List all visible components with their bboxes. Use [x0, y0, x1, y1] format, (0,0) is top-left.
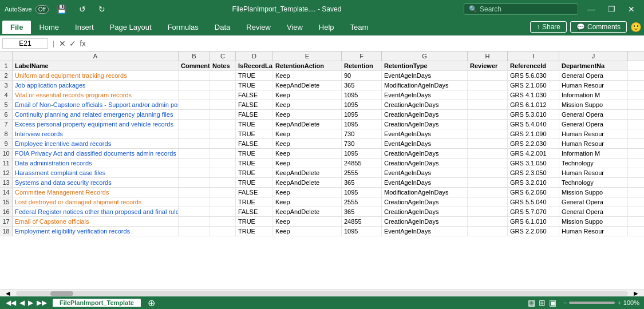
cell[interactable]: [179, 129, 210, 138]
cell[interactable]: Human Resour: [559, 139, 628, 148]
tab-formulas[interactable]: Formulas: [160, 21, 207, 34]
cell[interactable]: TRUE: [236, 81, 273, 90]
cell[interactable]: [468, 90, 508, 100]
cell[interactable]: Information M: [559, 90, 628, 100]
page-break-icon[interactable]: ⊞: [539, 298, 546, 307]
cell[interactable]: [210, 197, 236, 207]
cell[interactable]: RetentionType: [382, 61, 468, 70]
cell[interactable]: 1095: [342, 188, 382, 197]
cell[interactable]: 1095: [342, 149, 382, 158]
cell[interactable]: CreationAgeInDays: [382, 159, 468, 168]
zoom-slider[interactable]: [569, 302, 615, 304]
cell[interactable]: Keep: [273, 197, 342, 207]
cell[interactable]: GRS 2.1.090: [508, 129, 559, 138]
cell[interactable]: Keep: [273, 139, 342, 148]
cell[interactable]: Technology: [559, 178, 628, 187]
cell[interactable]: GRS 5.5.040: [508, 197, 559, 207]
cell[interactable]: [468, 188, 508, 197]
cell[interactable]: [179, 197, 210, 207]
cell[interactable]: [210, 71, 236, 80]
cell[interactable]: GRS 5.7.070: [508, 207, 559, 216]
cell[interactable]: [468, 71, 508, 80]
cell[interactable]: KeepAndDelete: [273, 168, 342, 177]
cell[interactable]: 730: [342, 129, 382, 138]
cell[interactable]: [468, 149, 508, 158]
cell[interactable]: General Opera: [559, 197, 628, 207]
cell[interactable]: CreationAgeInDays: [382, 110, 468, 119]
cell[interactable]: GRS 4.1.030: [508, 90, 559, 100]
cell[interactable]: GRS 3.1.050: [508, 159, 559, 168]
confirm-icon[interactable]: ✓: [69, 39, 76, 48]
formula-input[interactable]: [88, 39, 642, 48]
col-header-g[interactable]: G: [382, 52, 468, 61]
cell[interactable]: GRS 3.2.010: [508, 178, 559, 187]
nav-next-end[interactable]: ▶▶: [35, 299, 48, 307]
cell[interactable]: Keep: [273, 149, 342, 158]
cell[interactable]: Comment: [179, 61, 210, 70]
cell[interactable]: Human Resour: [559, 168, 628, 177]
cell[interactable]: EventAgeInDays: [382, 129, 468, 138]
cell[interactable]: CreationAgeInDays: [382, 120, 468, 129]
cell[interactable]: [179, 188, 210, 197]
cell[interactable]: Human Resour: [559, 227, 628, 236]
nav-prev[interactable]: ◀: [18, 299, 26, 307]
cell[interactable]: 24855: [342, 159, 382, 168]
col-header-i[interactable]: I: [508, 52, 559, 61]
cell[interactable]: Keep: [273, 90, 342, 100]
cell[interactable]: [179, 120, 210, 129]
cell[interactable]: [210, 81, 236, 90]
scroll-left-btn[interactable]: ◀: [2, 290, 14, 296]
cell[interactable]: [468, 129, 508, 138]
cell[interactable]: TRUE: [236, 120, 273, 129]
scroll-right-btn[interactable]: ▶: [630, 290, 642, 296]
save-button[interactable]: 💾: [52, 3, 71, 15]
cell[interactable]: Keep: [273, 71, 342, 80]
cell[interactable]: Notes: [210, 61, 236, 70]
minimize-button[interactable]: —: [583, 3, 600, 15]
cell[interactable]: [210, 217, 236, 226]
normal-view-icon[interactable]: ▦: [528, 298, 535, 307]
feedback-icon[interactable]: 🙂: [630, 22, 642, 33]
cell[interactable]: Keep: [273, 217, 342, 226]
cell[interactable]: Employee incentive award records: [13, 139, 179, 148]
col-header-b[interactable]: B: [179, 52, 210, 61]
cell[interactable]: TRUE: [236, 197, 273, 207]
cell[interactable]: [179, 139, 210, 148]
cell[interactable]: Human Resour: [559, 129, 628, 138]
cell[interactable]: TRUE: [236, 217, 273, 226]
cell[interactable]: 365: [342, 207, 382, 216]
cell[interactable]: CreationAgeInDays: [382, 207, 468, 216]
cell[interactable]: FALSE: [236, 139, 273, 148]
cell[interactable]: 365: [342, 178, 382, 187]
cell[interactable]: [210, 168, 236, 177]
cell[interactable]: Continuity planning and related emergenc…: [13, 110, 179, 119]
name-box[interactable]: [2, 38, 48, 49]
cell[interactable]: [468, 168, 508, 177]
cell[interactable]: Reviewer: [468, 61, 508, 70]
cell[interactable]: FOIA Privacy Act and classified document…: [13, 149, 179, 158]
cell[interactable]: FALSE: [236, 100, 273, 109]
cell[interactable]: 1095: [342, 120, 382, 129]
cell[interactable]: [468, 178, 508, 187]
cell[interactable]: FALSE: [236, 90, 273, 100]
cell[interactable]: ModificationAgeInDays: [382, 188, 468, 197]
cell[interactable]: General Opera: [559, 71, 628, 80]
cell[interactable]: Data administration records: [13, 159, 179, 168]
cell[interactable]: Email of Capstone officials: [13, 217, 179, 226]
cell[interactable]: TRUE: [236, 159, 273, 168]
cell[interactable]: EventAgeInDays: [382, 139, 468, 148]
cell[interactable]: ReferenceId: [508, 61, 559, 70]
cell[interactable]: 1095: [342, 100, 382, 109]
cell[interactable]: [210, 129, 236, 138]
cell[interactable]: GRS 6.2.060: [508, 188, 559, 197]
cell[interactable]: TRUE: [236, 71, 273, 80]
cell[interactable]: TRUE: [236, 178, 273, 187]
redo-button[interactable]: ↻: [94, 3, 110, 15]
undo-button[interactable]: ↺: [74, 3, 90, 15]
cell[interactable]: Mission Suppo: [559, 217, 628, 226]
cell[interactable]: [210, 139, 236, 148]
cell[interactable]: ModificationAgeInDays: [382, 81, 468, 90]
cell[interactable]: [468, 197, 508, 207]
cell[interactable]: Keep: [273, 159, 342, 168]
cell[interactable]: [179, 81, 210, 90]
